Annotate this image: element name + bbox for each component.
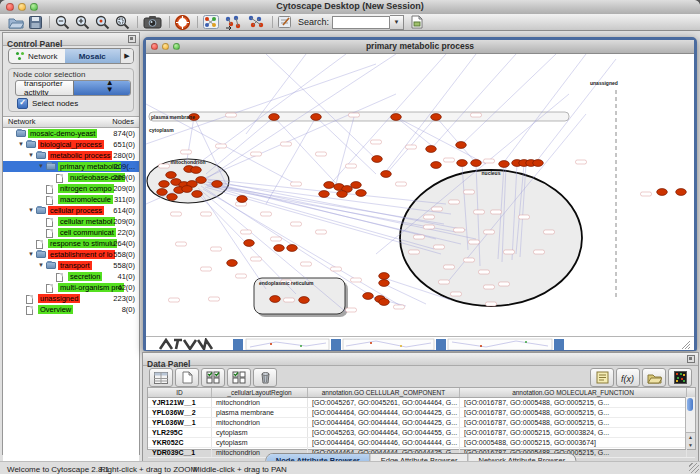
network-edge[interactable] [246, 54, 306, 134]
table-cell[interactable]: [GO:0016787, GO:0005488, GO:0005215, G..… [460, 418, 687, 427]
tree-item-label[interactable]: secretion [68, 272, 102, 281]
network-node[interactable] [274, 245, 285, 252]
tree-item-label[interactable]: transport [58, 261, 92, 270]
tree-row[interactable]: Overview8(0) [3, 304, 139, 315]
node-color-dropdown[interactable]: transporter activity ▲▼ [15, 80, 131, 96]
network-edge[interactable] [436, 117, 476, 163]
table-cell[interactable]: cytoplasm [212, 428, 308, 437]
tree-item-label[interactable]: cellular metabol [58, 217, 115, 226]
network-edge[interactable] [146, 64, 376, 144]
network-node[interactable] [319, 191, 330, 198]
table-cell[interactable]: [GO:0044464, GO:0044446, GO:0044444, G..… [308, 438, 460, 447]
network-node[interactable] [192, 191, 203, 198]
table-cell[interactable]: cytoplasm [212, 438, 308, 447]
import-table-icon[interactable] [410, 15, 424, 30]
network-node[interactable] [166, 172, 177, 179]
table-cell[interactable]: [GO:0045263, GO:0044464, GO:0044455, G..… [308, 428, 460, 437]
tree-row[interactable]: secretion41(0) [3, 271, 139, 282]
network-node[interactable] [227, 260, 238, 267]
table-row[interactable]: YPL036W__2plasma membrane[GO:0044464, GO… [148, 408, 695, 418]
network-node[interactable] [237, 196, 248, 203]
tree-item-label[interactable]: response to stimulu [48, 239, 117, 248]
apply-layout-b-icon[interactable] [247, 15, 265, 30]
attribute-editor-icon[interactable] [590, 368, 614, 387]
network-edge[interactable] [326, 54, 446, 189]
scrollbar-thumb[interactable] [687, 398, 693, 411]
network-node[interactable] [533, 160, 544, 167]
tree-row[interactable]: cellular metabol209(0) [3, 216, 139, 227]
tree-row[interactable]: unassigned223(0) [3, 293, 139, 304]
network-node[interactable] [372, 156, 383, 163]
tab-mosaic[interactable]: Mosaic [65, 49, 121, 63]
network-node[interactable] [270, 296, 281, 303]
table-cell[interactable]: YPL036W__1 [148, 418, 212, 427]
network-node[interactable] [391, 114, 402, 121]
network-edge[interactable] [536, 59, 616, 162]
network-edge[interactable] [504, 54, 586, 162]
network-node[interactable] [363, 293, 374, 300]
network-node[interactable] [244, 240, 255, 247]
network-node[interactable] [657, 189, 668, 196]
network-node[interactable] [431, 114, 442, 121]
network-node[interactable] [356, 190, 367, 197]
network-node[interactable] [457, 160, 468, 167]
network-node[interactable] [499, 161, 510, 168]
new-attribute-icon[interactable] [175, 368, 199, 387]
table-cell[interactable]: mitochondrion [212, 398, 308, 407]
tree-row[interactable]: macromolecule311(0) [3, 194, 139, 205]
zoom-out-icon[interactable] [55, 15, 70, 30]
network-node[interactable] [379, 273, 390, 280]
tree-item-label[interactable]: Overview [38, 305, 73, 314]
annotation-icon[interactable] [278, 15, 292, 30]
network-edge[interactable] [266, 117, 316, 204]
help-lifering-icon[interactable] [175, 15, 190, 30]
open-file-icon[interactable] [8, 15, 24, 30]
table-cell[interactable]: [GO:0045267, GO:0045261, GO:0044464, G..… [308, 398, 460, 407]
network-node[interactable] [431, 162, 442, 169]
network-node[interactable] [426, 146, 437, 153]
tree-row[interactable]: ▼metabolic process280(0) [3, 150, 139, 161]
tree-row[interactable]: ▼establishment of lo558(0) [3, 249, 139, 260]
network-window-titlebar[interactable]: primary metabolic process [146, 40, 694, 54]
attribute-table-header[interactable]: ID_cellularLayoutRegionannotation.GO CEL… [148, 388, 695, 398]
table-cell[interactable]: [GO:0005488, GO:0005215, GO:0003674] [460, 438, 687, 447]
expand-arrow-icon[interactable]: ▼ [38, 260, 44, 271]
table-row[interactable]: YJR121W__1mitochondrion[GO:0045267, GO:0… [148, 398, 695, 408]
tree-row[interactable]: response to stimulu264(0) [3, 238, 139, 249]
network-node[interactable] [182, 186, 193, 193]
table-cell[interactable]: YLR295C [148, 428, 212, 437]
tree-item-label[interactable]: macromolecule [58, 195, 113, 204]
zoom-in-icon[interactable] [75, 15, 90, 30]
save-session-icon[interactable] [29, 15, 42, 30]
tree-row[interactable]: mosaic-demo-yeast874(0) [3, 128, 139, 139]
tab-overflow-arrow[interactable]: ▶ [120, 49, 133, 63]
search-input[interactable] [332, 16, 390, 29]
table-vertical-scrollbar[interactable]: ▲▼ [685, 397, 695, 449]
attribute-table[interactable]: ID_cellularLayoutRegionannotation.GO CEL… [147, 387, 696, 450]
table-row[interactable]: YKR052Ccytoplasm[GO:0044464, GO:0044446,… [148, 438, 695, 448]
tree-item-label[interactable]: cell communicat [58, 228, 116, 237]
snapshot-camera-icon[interactable] [143, 15, 162, 30]
tree-row[interactable]: ▼cellular process614(0) [3, 205, 139, 216]
formula-builder-icon[interactable]: f(x) [616, 368, 640, 387]
table-cell[interactable]: YDR039C__1 [148, 448, 212, 457]
table-cell[interactable]: YJR121W__1 [148, 398, 212, 407]
tree-item-label[interactable]: primary metabolic [58, 162, 121, 171]
table-cell[interactable]: [GO:0044464, GO:0044444, GO:0044425, G..… [308, 408, 460, 417]
network-node[interactable] [159, 181, 170, 188]
table-row[interactable]: YLR295Ccytoplasm[GO:0045263, GO:0044464,… [148, 428, 695, 438]
apply-layout-a-icon[interactable] [224, 15, 242, 30]
expand-arrow-icon[interactable]: ▼ [28, 205, 34, 216]
table-cell[interactable]: YPL036W__2 [148, 408, 212, 417]
tree-row[interactable]: ▼biological_process651(0) [3, 139, 139, 150]
tree-item-label[interactable]: unassigned [38, 294, 80, 303]
network-node[interactable] [351, 182, 362, 189]
network-edge[interactable] [384, 284, 426, 304]
network-edge[interactable] [431, 54, 516, 149]
float-panel-icon[interactable] [687, 355, 695, 363]
zoom-selected-icon[interactable] [95, 15, 110, 30]
attribute-table-icon[interactable] [149, 368, 173, 387]
float-panel-icon[interactable] [128, 35, 136, 43]
select-attributes-icon[interactable] [201, 368, 225, 387]
network-node[interactable] [379, 299, 390, 306]
